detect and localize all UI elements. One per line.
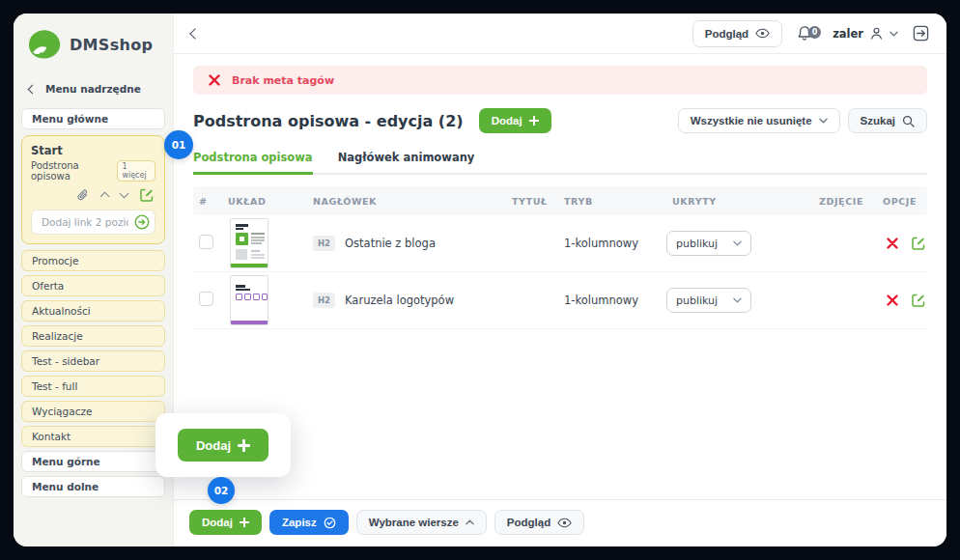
add-button-popup[interactable]: Dodaj [178,429,268,462]
user-menu[interactable]: zaler [833,26,898,41]
notification-count-badge: 0 [808,26,821,39]
col-tryb: TRYB [558,196,666,207]
sidebar-item-test-full[interactable]: Test - full [21,376,165,397]
sidebar: DMSshop Menu nadrzędne Menu główne Start… [14,14,174,546]
row-checkbox[interactable] [199,235,213,249]
col-zdjecie: ZDJĘCIE [813,196,877,207]
col-naglowek: NAGŁÓWEK [307,196,506,207]
chevron-left-icon [28,84,38,94]
sidebar-item-promocje[interactable]: Promocje [21,250,165,271]
preview-button-footer[interactable]: Podgląd [494,510,584,535]
plus-icon [529,116,539,126]
selected-rows-button[interactable]: Wybrane wiersze [356,510,487,535]
plus-icon [238,439,250,452]
sidebar-item-menu-gorne[interactable]: Menu górne [21,451,165,472]
sidebar-item-wyciagacze[interactable]: Wyciągacze [21,401,165,422]
sidebar-item-oferta[interactable]: Oferta [21,275,165,296]
cell-tryb: 1-kolumnowy [558,294,666,307]
sidebar-item-menu-dolne[interactable]: Menu dolne [21,476,165,497]
add-button-header[interactable]: Dodaj [479,108,551,133]
dmsshop-logo-icon [27,29,62,60]
delete-icon[interactable] [887,238,898,249]
ukryty-select[interactable]: publikuj [666,231,751,256]
chevron-up-icon [466,519,474,525]
layout-thumbnail-carousel [230,275,268,325]
logo-text: DMSshop [70,36,153,54]
table-row: H2 Karuzela logotypów 1-kolumnowy publik… [193,272,927,329]
move-up-icon[interactable] [101,190,108,200]
tab-naglowek-animowany[interactable]: Nagłówek animowany [338,151,475,173]
add-tooltip-popup: Dodaj [155,413,291,477]
add-button-label: Dodaj [202,517,233,528]
user-icon [869,26,884,41]
search-icon [902,115,915,127]
table-row: H2 Ostatnie z bloga 1-kolumnowy publikuj [193,215,927,272]
move-down-icon[interactable] [121,190,127,200]
sidebar-back[interactable]: Menu nadrzędne [21,66,165,104]
filter-dropdown[interactable]: Wszystkie nie usunięte [678,108,840,133]
filter-label: Wszystkie nie usunięte [691,115,812,126]
chevron-down-icon [819,118,828,124]
notifications-button[interactable]: 0 [797,25,812,42]
sidebar-active-item-start[interactable]: Start Podstrona opisowa 1 więcej [21,135,165,244]
edit-icon[interactable] [140,188,154,202]
submit-arrow-icon[interactable] [134,214,150,230]
logo: DMSshop [21,14,165,66]
col-tytul: TYTUŁ [506,196,558,207]
ukryty-value: publikuj [676,294,718,307]
active-item-subtitle: Podstrona opisowa [31,160,112,182]
delete-icon[interactable] [887,294,898,306]
link-icon[interactable] [76,189,89,202]
eye-icon [755,28,770,39]
table-header: # UKŁAD NAGŁÓWEK TYTUŁ TRYB UKRYTY ZDJĘC… [193,186,927,215]
popup-add-label: Dodaj [196,438,231,453]
error-message: Brak meta tagów [232,74,334,87]
layout-thumbnail-blog [230,218,268,268]
sidebar-item-menu-glowne[interactable]: Menu główne [21,108,165,129]
eye-icon [557,518,572,528]
active-item-title: Start [31,144,155,157]
ukryty-value: publikuj [676,238,718,250]
username: zaler [833,27,863,41]
topbar: Podgląd 0 zaler [174,14,946,54]
sidebar-item-kontakt[interactable]: Kontakt [21,426,165,447]
add-link-input[interactable] [42,216,128,228]
sidebar-item-realizacje[interactable]: Realizacje [21,325,165,347]
footer-toolbar: Dodaj Zapisz Wybrane wiersze Podgląd [174,499,946,546]
sidebar-item-aktualnosci[interactable]: Aktualności [21,300,165,322]
preview-button-label: Podgląd [705,28,748,40]
error-banner: Brak meta tagów [193,66,927,95]
sections-table: # UKŁAD NAGŁÓWEK TYTUŁ TRYB UKRYTY ZDJĘC… [193,186,927,329]
save-button-label: Zapisz [282,517,317,528]
more-count-badge: 1 więcej [117,160,155,182]
sidebar-item-test-sidebar[interactable]: Test - sidebar [21,350,165,372]
error-x-icon [209,74,220,86]
page-title: Podstrona opisowa - edycja (2) [193,112,464,130]
heading-tag-badge: H2 [313,293,335,308]
tab-podstrona-opisowa[interactable]: Podstrona opisowa [193,151,313,175]
search-button[interactable]: Szukaj [848,108,927,133]
step-badge-02: 02 [208,477,235,504]
add-button-footer[interactable]: Dodaj [189,510,262,535]
chevron-down-icon [733,240,742,246]
edit-icon[interactable] [912,294,925,307]
search-label: Szukaj [861,115,895,126]
tab-bar: Podstrona opisowa Nagłówek animowany [193,151,927,175]
chevron-down-icon [733,297,742,303]
col-number: # [193,196,222,207]
row-checkbox[interactable] [199,292,213,306]
step-badge-01: 01 [164,130,193,159]
preview-button[interactable]: Podgląd [692,20,782,47]
edit-icon[interactable] [912,237,925,250]
ukryty-select[interactable]: publikuj [666,288,751,313]
app-window: DMSshop Menu nadrzędne Menu główne Start… [14,14,946,546]
logout-button[interactable] [913,25,929,42]
col-opcje: OPCJE [877,196,927,207]
save-button[interactable]: Zapisz [269,510,349,535]
sidebar-section-title: Menu nadrzędne [45,83,141,95]
section-heading: Ostatnie z bloga [345,237,436,250]
heading-tag-badge: H2 [313,236,335,251]
add-button-label: Dodaj [492,115,522,126]
col-ukryty: UKRYTY [666,196,813,207]
back-icon[interactable] [189,28,200,39]
